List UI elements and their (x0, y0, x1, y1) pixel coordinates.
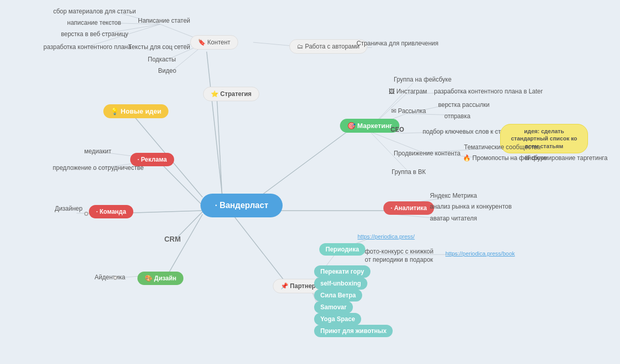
label-verstka-rassylki: верстка рассылки (438, 101, 490, 108)
node-sila-vetra[interactable]: Сила Ветра (314, 289, 362, 302)
node-samovar[interactable]: Samovar (314, 301, 353, 313)
label-ayidentika: Айдентика (95, 274, 125, 281)
node-dizain[interactable]: 🎨 Дизайн (137, 272, 183, 285)
label-ceo: CEO (391, 126, 404, 133)
label-stranitchka: Страничка для привлечения (357, 40, 438, 47)
node-analitika[interactable]: · Аналитика (383, 201, 434, 215)
label-video: Видео (158, 67, 176, 74)
label-instagram: 🖼 Инстаграм (389, 88, 427, 95)
node-content[interactable]: 🔖 Контент (190, 35, 238, 50)
svg-line-6 (165, 214, 203, 279)
link-periodica-book[interactable]: https://periodica.press/book (445, 250, 515, 257)
node-rabota-avtorami[interactable]: 🗂 Работа с авторами (289, 39, 367, 54)
svg-line-7 (233, 214, 289, 287)
node-priyot[interactable]: Приют для животных (314, 325, 393, 337)
label-razrabotka-later: разработка контентного плана в Later (434, 88, 543, 95)
svg-line-1 (207, 52, 222, 195)
label-designer: Дизайнер (55, 205, 83, 212)
label-tematicheskie: Тематические сообщества (464, 144, 540, 151)
label-predlozhenie: предложение о сотрудничестве (53, 164, 144, 171)
label-podkasty: Подкасты (148, 56, 176, 63)
label-napistextov: написание текстов (67, 19, 121, 26)
label-teksty-soc: Тексты для соц сетей (128, 43, 190, 51)
node-yoga-space[interactable]: Yoga Space (314, 313, 361, 325)
node-perekati[interactable]: Перекати гору (314, 265, 370, 278)
label-razrabotka-kontent: разработка контентного плана (43, 43, 131, 51)
svg-line-0 (253, 132, 347, 201)
label-mediakit: медиакит (84, 148, 112, 155)
node-strategy[interactable]: ⭐ Стратегия (203, 87, 259, 101)
link-periodica[interactable]: https://periodica.press/ (358, 233, 415, 240)
label-rassylka: ✉ Рассылка (391, 107, 426, 115)
node-new-ideas[interactable]: 💡 Новые идеи (103, 104, 168, 118)
label-crm: CRM (164, 235, 181, 243)
svg-line-2 (217, 100, 222, 198)
center-node[interactable]: · Вандерласт (200, 194, 283, 217)
label-formirovanie: 🖥 формирование таргетинга (524, 154, 608, 162)
dot-dizain (113, 276, 117, 280)
label-yandex: Яндекс Метрика (430, 192, 477, 199)
label-foto-konkurs: фото-конкурс с книжкой от периодики в по… (365, 248, 440, 264)
label-avatar: аватар читателя (430, 215, 477, 222)
label-gruppa-feysbuk: Группа на фейсбуке (394, 76, 452, 83)
label-verstka-veb: верстка в веб страницу (61, 30, 128, 38)
svg-line-4 (159, 162, 203, 205)
node-komanda[interactable]: · Команда (89, 205, 133, 218)
label-prodvizhenie: Продвижение контента (394, 150, 460, 157)
dot-komanda (84, 212, 88, 216)
node-self-unboxing[interactable]: self-unboxing (314, 277, 367, 290)
label-napisanie: Написание статей (138, 17, 190, 24)
label-otpravka: отправка (444, 113, 470, 120)
label-sbor: сбор материалов для статьи (53, 8, 136, 15)
node-periodika[interactable]: Периодика (319, 243, 365, 256)
label-gruppa-vk: Группа в ВК (392, 168, 426, 176)
label-analiz: анализ рынка и конкурентов (430, 203, 512, 210)
